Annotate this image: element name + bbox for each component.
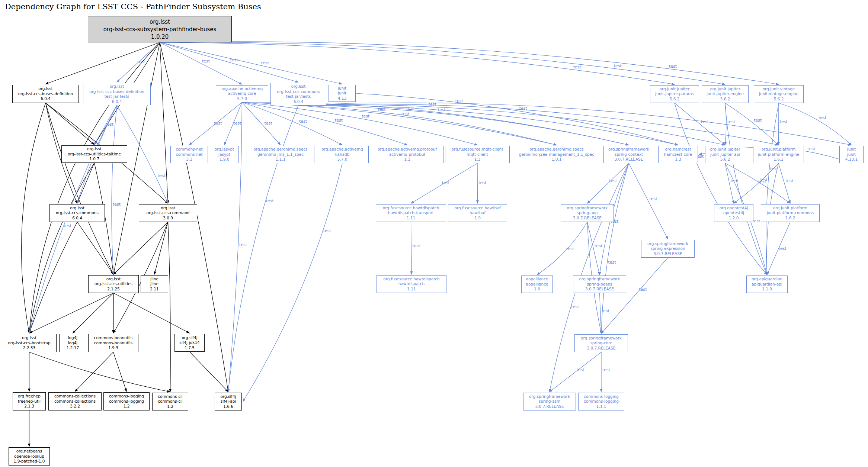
node-label-line: hamcrest-core	[659, 152, 698, 157]
node-label-line: org.lsst	[62, 146, 127, 152]
edge-mqttclient-hawtbuf	[477, 163, 478, 203]
node-label-line: 5.6.2	[702, 97, 748, 102]
node-label-line: 2.2.33	[2, 345, 56, 351]
edge-scope-label: test	[614, 64, 622, 68]
edge-ccscommand-jline	[154, 222, 168, 274]
node-label-line: org.lsst	[83, 84, 150, 89]
node-label-line: spring-expression	[641, 246, 694, 251]
node-label-line: org-lsst-ccs-buses-definition	[83, 89, 150, 94]
edge-scope-label: test	[264, 121, 272, 126]
node-label-line: jasypt	[210, 152, 238, 157]
node-label-line: junit-platform-engine	[753, 152, 804, 157]
node-label-line: org.apache.activemq.protobuf	[371, 147, 443, 152]
graph-node-jupiterengine: org.junit.jupiterjunit-jupiter-engine5.6…	[702, 85, 749, 103]
node-label-line: org.lsst	[50, 206, 105, 211]
node-label-line: commons-collections	[49, 399, 101, 404]
node-label-line: 5.6.2	[705, 157, 745, 162]
node-label-line: 4.13	[329, 96, 355, 101]
node-label-line: commons-collections	[49, 394, 101, 399]
edge-scope-label: test	[412, 244, 420, 248]
edge-beanutils-collections	[75, 352, 113, 392]
edge-scope-label: test	[113, 202, 121, 207]
node-label-line: hawtbuf	[448, 210, 507, 216]
graph-node-beanutils: commons-beanutilscommons-beanutils1.9.3	[88, 334, 138, 352]
node-label-line: org-lsst-ccs-commons	[50, 210, 105, 216]
node-label-line: mqtt-client	[445, 152, 509, 157]
edge-root-activemqcore	[160, 42, 242, 84]
node-label-line: 2.1.3	[13, 404, 45, 409]
graph-node-opentest4j: org.opentest4jopentest4j1.2.0	[714, 204, 753, 222]
edge-scope-label: test	[239, 242, 247, 247]
node-label-line: org.slf4j	[215, 394, 241, 399]
graph-node-kahadb: org.apache.activemqkahadb5.7.0	[316, 146, 369, 163]
node-label-line: 3.0.7.RELEASE	[604, 157, 654, 162]
node-label-line: commons-beanutils	[89, 335, 138, 341]
edge-commonstests-hamcrest	[298, 105, 678, 145]
graph-node-hamcrest: org.hamcresthamcrest-core1.3	[658, 146, 698, 163]
node-label-line: commons-logging	[579, 399, 624, 404]
edge-scope-label: test	[609, 178, 617, 183]
edge-scope-label: test	[442, 180, 450, 185]
node-label-line: 1.3	[445, 157, 509, 162]
node-label-line: test-jar:tests	[271, 94, 326, 99]
graph-node-j2eemgmt: org.apache.geronimo.specsgeronimo-j2ee-m…	[512, 146, 601, 163]
node-label-line: org.springframework	[641, 241, 694, 247]
node-label-line: org.fusesource.hawtdispatch	[377, 277, 446, 282]
edge-springexpression-springcore	[601, 258, 668, 334]
node-label-line: 1.1.0	[747, 287, 787, 292]
graph-node-jupiterparams: org.junit.jupiterjunit-jupiter-params5.6…	[650, 85, 699, 103]
node-label-line: 2.11	[141, 287, 168, 292]
node-label-line: 1.9-patched-1.0	[9, 459, 49, 464]
node-label-line: org.fusesource.hawtdispatch	[376, 206, 446, 211]
node-label-line: 1.1	[371, 157, 443, 162]
edge-vintageengine-platformengine	[779, 103, 779, 145]
graph-node-jupiterapi: org.junit.jupiterjunit-jupiter-api5.6.2	[705, 146, 745, 163]
node-label-line: org.junit.jupiter	[702, 87, 748, 92]
node-label-line: org.fusesource.hawtbuf	[448, 206, 507, 211]
node-label-line: 3.0.7.RELEASE	[523, 404, 576, 409]
node-label-line: 6.0.4	[13, 96, 79, 102]
node-label-line: 5.7.0	[316, 157, 368, 162]
graph-node-taitime: org.lsstorg-lsst-ccs-utilities-taitime1.…	[61, 145, 127, 163]
graph-node-apiguardian: org.apiguardianapiguardian-api1.1.0	[746, 276, 788, 293]
node-label-line: activemq-core	[216, 91, 268, 96]
edge-jupiterparams-jupiterapi	[675, 103, 725, 145]
edge-scope-label: test	[157, 173, 166, 178]
node-label-line: log4j	[60, 335, 86, 341]
node-label-line: freehep-util	[13, 399, 45, 404]
graph-node-utilities: org.lsstorg-lsst-ccs-utilities2.1.25	[88, 275, 139, 293]
node-label-line: org.junit.jupiter	[705, 147, 745, 152]
edge-scope-label: test	[478, 180, 487, 185]
edge-scope-label: test	[602, 309, 610, 313]
node-label-line: 3.1	[171, 157, 208, 162]
graph-node-junit4131: junitjunit4.13.1	[839, 146, 864, 163]
graph-node-platformcommons: org.junit.platformjunit-platform-commons…	[761, 204, 820, 222]
graph-node-root: org.lsstorg-lsst-ccs-subsystem-pathfinde…	[88, 16, 232, 42]
edge-scope-label: test	[566, 247, 574, 251]
edge-scope-label: test	[669, 64, 677, 69]
edge-kahadb-slf4japi	[243, 163, 342, 402]
node-label-line: org-lsst-ccs-commons	[271, 89, 326, 94]
edge-scope-label: test	[233, 121, 241, 126]
graph-node-ccscommons: org.lsstorg-lsst-ccs-commons6.0.4	[49, 204, 105, 222]
node-label-line: 1.6.2	[761, 216, 819, 221]
node-label-line: junit-platform-commons	[761, 210, 819, 216]
node-label-line: 5.6.2	[754, 97, 803, 102]
graph-node-openide: org.netbeansopenide-lookup1.9-patched-1.…	[9, 447, 50, 466]
node-label-line: 1.3	[659, 157, 698, 162]
edge-scope-label: test	[429, 102, 437, 107]
node-label-line: commons-beanutils	[89, 341, 138, 346]
node-label-line: commons-net	[171, 152, 208, 157]
edge-ccscommand-utilities	[113, 222, 168, 274]
node-label-line: junit-jupiter-api	[705, 152, 745, 157]
node-label-line: 1.9.3	[89, 345, 138, 351]
edge-scope-label: test	[378, 107, 386, 112]
graph-node-junit413: junitjunit4.13	[329, 85, 356, 102]
node-label-line: org.lsst	[89, 277, 138, 282]
node-label-line: 1.6.6	[215, 404, 241, 409]
node-label-line: jline	[141, 277, 168, 282]
edge-slf4jjdk14-slf4japi	[190, 352, 228, 392]
node-label-line: org.junit.jupiter	[650, 87, 699, 92]
node-label-line: hawtdispatch-transport	[376, 210, 446, 216]
node-label-line: 4.13.1	[840, 157, 863, 162]
